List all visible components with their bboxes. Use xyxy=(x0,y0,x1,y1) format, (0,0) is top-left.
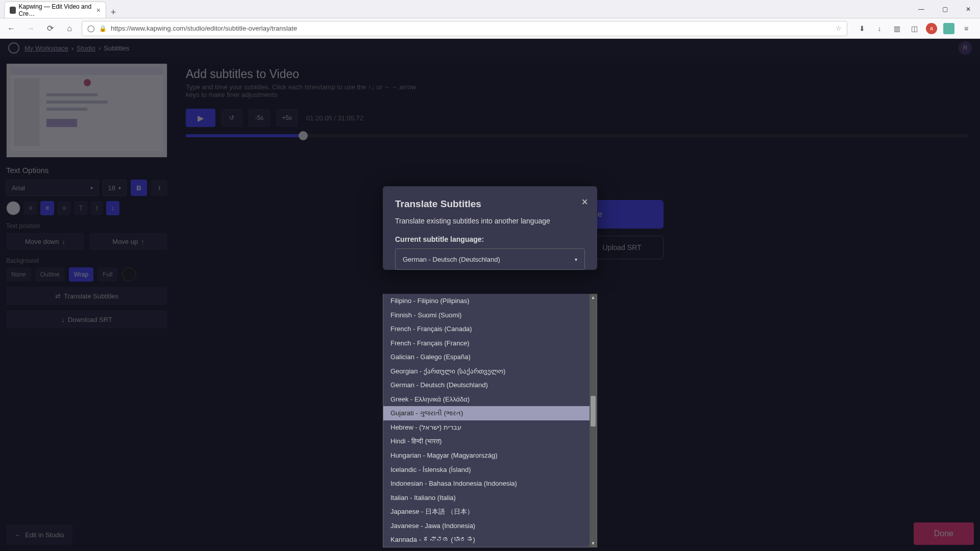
scrollbar-thumb[interactable] xyxy=(591,396,596,427)
language-option[interactable]: Georgian - ქართული (საქართველო) xyxy=(383,364,597,379)
scroll-up-icon[interactable]: ▲ xyxy=(590,294,597,301)
language-dropdown: Filipino - Filipino (Pilipinas)Finnish -… xyxy=(383,294,597,547)
language-option[interactable]: Italian - Italiano (Italia) xyxy=(383,491,597,505)
language-option[interactable]: Icelandic - Íslenska (Ísland) xyxy=(383,463,597,477)
url-text: https://www.kapwing.com/studio/editor/su… xyxy=(111,24,297,32)
language-option[interactable]: German - Deutsch (Deutschland) xyxy=(383,378,597,392)
reload-icon[interactable]: ⟳ xyxy=(43,21,57,36)
bookmark-star-icon[interactable]: ☆ xyxy=(836,24,842,32)
browser-tab-strip: Kapwing — Edit Video and Cre… × + — ▢ ✕ xyxy=(0,0,980,18)
language-option[interactable]: Gujarati - ગુજરાતી (ભારત) xyxy=(383,406,597,420)
language-option[interactable]: Hungarian - Magyar (Magyarország) xyxy=(383,448,597,463)
close-icon[interactable]: × xyxy=(96,6,101,14)
pocket-icon[interactable]: ⬇ xyxy=(856,23,868,34)
downloads-icon[interactable]: ↓ xyxy=(874,23,885,34)
favicon-icon xyxy=(10,7,16,14)
language-option[interactable]: Galician - Galego (España) xyxy=(383,350,597,364)
browser-toolbar: ← → ⟳ ⌂ ◯ 🔒 https://www.kapwing.com/stud… xyxy=(0,18,980,39)
language-option[interactable]: Japanese - 日本語 （日本） xyxy=(383,505,597,519)
modal-subtitle: Translate existing subtitles into anothe… xyxy=(395,217,585,225)
translate-modal: Translate Subtitles × Translate existing… xyxy=(383,186,597,270)
language-option[interactable]: Indonesian - Bahasa Indonesia (Indonesia… xyxy=(383,477,597,491)
language-option[interactable]: French - Français (Canada) xyxy=(383,322,597,336)
scrollbar[interactable]: ▲ ▼ xyxy=(590,294,597,547)
close-icon[interactable]: × xyxy=(581,195,588,209)
maximize-icon[interactable]: ▢ xyxy=(933,0,957,18)
language-option[interactable]: French - Français (France) xyxy=(383,336,597,350)
language-select[interactable]: German - Deutsch (Deutschland) ▾ xyxy=(395,248,585,270)
extension-icon[interactable] xyxy=(943,23,954,34)
chevron-down-icon: ▾ xyxy=(575,257,577,262)
new-tab-button[interactable]: + xyxy=(106,7,120,18)
language-option[interactable]: Javanese - Jawa (Indonesia) xyxy=(383,519,597,533)
home-icon[interactable]: ⌂ xyxy=(62,21,77,36)
language-option[interactable]: Finnish - Suomi (Suomi) xyxy=(383,308,597,322)
language-option[interactable]: Greek - Ελληνικά (Ελλάδα) xyxy=(383,392,597,407)
forward-icon[interactable]: → xyxy=(23,21,38,36)
library-icon[interactable]: ▥ xyxy=(891,23,902,34)
browser-tab[interactable]: Kapwing — Edit Video and Cre… × xyxy=(4,2,106,18)
language-option[interactable]: Filipino - Filipino (Pilipinas) xyxy=(383,294,597,308)
profile-badge-icon[interactable]: a xyxy=(926,23,937,34)
lock-icon: 🔒 xyxy=(99,25,107,32)
back-icon[interactable]: ← xyxy=(4,21,18,36)
minimize-icon[interactable]: — xyxy=(910,0,933,18)
shield-icon: ◯ xyxy=(87,24,95,32)
tab-title: Kapwing — Edit Video and Cre… xyxy=(19,3,93,17)
language-option[interactable]: Hindi - हिन्दी (भारत) xyxy=(383,434,597,448)
close-window-icon[interactable]: ✕ xyxy=(957,0,980,18)
sidebar-icon[interactable]: ◫ xyxy=(909,23,920,34)
scroll-down-icon[interactable]: ▼ xyxy=(590,540,597,547)
language-option[interactable]: Hebrew - (ישראל) עברית xyxy=(383,420,597,435)
language-option[interactable]: Kannada - ಕನ್ನಡ (ಭಾರತ) xyxy=(383,533,597,547)
modal-title: Translate Subtitles xyxy=(395,198,585,210)
menu-icon[interactable]: ≡ xyxy=(961,23,972,34)
url-bar[interactable]: ◯ 🔒 https://www.kapwing.com/studio/edito… xyxy=(82,21,847,36)
selected-language: German - Deutsch (Deutschland) xyxy=(403,256,500,263)
modal-label: Current subtitle language: xyxy=(395,235,585,243)
